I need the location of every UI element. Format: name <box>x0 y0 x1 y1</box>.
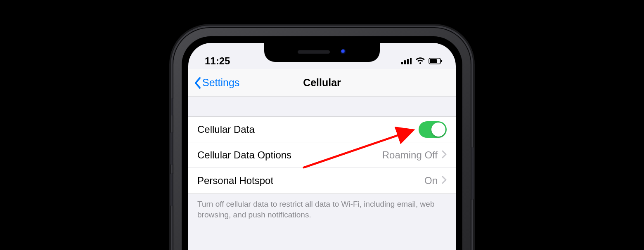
phone-bezel: 11:25 <box>182 36 462 250</box>
cellular-data-toggle[interactable] <box>419 121 447 138</box>
section-footer: Turn off cellular data to restrict all d… <box>188 194 456 225</box>
front-camera <box>341 49 346 55</box>
chevron-left-icon <box>194 77 201 89</box>
volume-down-button[interactable] <box>170 173 173 206</box>
mute-switch[interactable] <box>171 98 173 116</box>
status-time: 11:25 <box>205 55 230 67</box>
row-personal-hotspot[interactable]: Personal Hotspot On <box>188 168 456 193</box>
row-label: Cellular Data <box>197 124 419 135</box>
wifi-icon <box>415 55 425 67</box>
svg-rect-0 <box>401 62 403 64</box>
toggle-knob <box>431 123 445 137</box>
notch <box>264 43 380 62</box>
settings-group: Cellular Data Cellular Data Options Roam… <box>188 116 456 194</box>
cellular-signal-icon <box>401 55 412 67</box>
back-label: Settings <box>202 77 239 89</box>
row-detail: On <box>424 175 438 186</box>
row-cellular-data[interactable]: Cellular Data <box>188 117 456 142</box>
svg-rect-3 <box>410 58 412 64</box>
svg-rect-2 <box>407 59 409 64</box>
back-button[interactable]: Settings <box>194 77 239 89</box>
volume-up-button[interactable] <box>170 132 173 165</box>
svg-rect-6 <box>441 60 443 62</box>
chevron-right-icon <box>442 175 447 186</box>
phone-screen: 11:25 <box>188 43 456 250</box>
row-label: Personal Hotspot <box>197 175 424 186</box>
nav-bar: Settings Cellular <box>188 69 456 97</box>
svg-rect-5 <box>430 59 437 63</box>
row-label: Cellular Data Options <box>197 149 382 161</box>
phone-frame: 11:25 <box>173 28 471 250</box>
row-detail: Roaming Off <box>382 149 438 161</box>
chevron-right-icon <box>442 149 447 161</box>
row-cellular-data-options[interactable]: Cellular Data Options Roaming Off <box>188 142 456 168</box>
svg-rect-1 <box>404 60 406 64</box>
battery-icon <box>429 55 443 67</box>
section-spacer <box>188 97 456 116</box>
earpiece-speaker <box>298 50 330 54</box>
power-button[interactable] <box>471 147 474 200</box>
page-title: Cellular <box>303 77 341 89</box>
